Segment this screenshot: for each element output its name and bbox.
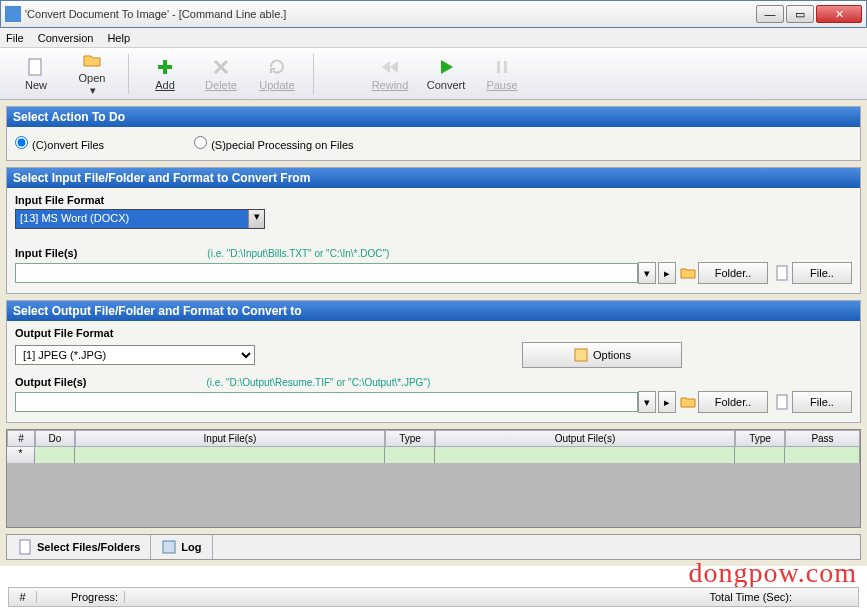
open-icon (82, 50, 102, 70)
menu-conversion[interactable]: Conversion (38, 32, 94, 44)
svg-rect-3 (777, 266, 787, 280)
input-files-label: Input File(s) (15, 247, 77, 259)
col-otype[interactable]: Type (735, 430, 785, 447)
radio-special[interactable]: (S)pecial Processing on Files (194, 136, 353, 151)
svg-rect-1 (497, 61, 500, 73)
add-button[interactable]: Add (137, 50, 193, 98)
dropdown-arrow-icon: ▾ (248, 210, 264, 228)
svg-rect-2 (504, 61, 507, 73)
open-button[interactable]: Open▾ (64, 50, 120, 98)
file-icon (774, 265, 790, 281)
document-icon (17, 539, 33, 555)
maximize-button[interactable]: ▭ (786, 5, 814, 23)
files-grid[interactable]: # Do Input File(s) Type Output File(s) T… (6, 429, 861, 528)
options-icon (573, 347, 589, 363)
input-play-button[interactable]: ▸ (658, 262, 676, 284)
pause-button[interactable]: Pause (474, 50, 530, 98)
delete-button[interactable]: Delete (193, 50, 249, 98)
status-num: # (9, 591, 37, 603)
folder-open-icon (680, 265, 696, 281)
action-header: Select Action To Do (7, 107, 860, 127)
input-format-label: Input File Format (15, 194, 852, 206)
action-panel: Select Action To Do (C)onvert Files (S)p… (6, 106, 861, 161)
tab-log[interactable]: Log (151, 535, 212, 559)
output-panel: Select Output File/Folder and Format to … (6, 300, 861, 423)
minimize-button[interactable]: — (756, 5, 784, 23)
output-format-select[interactable]: [1] JPEG (*.JPG) (15, 345, 255, 365)
status-progress-label: Progress: (65, 591, 125, 603)
grid-row[interactable]: * (7, 447, 860, 463)
menu-help[interactable]: Help (107, 32, 130, 44)
options-button[interactable]: Options (522, 342, 682, 368)
close-button[interactable]: ✕ (816, 5, 862, 23)
folder-open-icon (680, 394, 696, 410)
col-pass[interactable]: Pass (785, 430, 860, 447)
separator (128, 54, 129, 94)
output-folder-button[interactable]: Folder.. (698, 391, 768, 413)
radio-convert[interactable]: (C)onvert Files (15, 136, 104, 151)
menu-bar: File Conversion Help (0, 28, 867, 48)
new-button[interactable]: New (8, 50, 64, 98)
new-icon (26, 57, 46, 77)
rewind-icon (380, 57, 400, 77)
output-files-field[interactable] (15, 392, 638, 412)
pause-icon (492, 57, 512, 77)
log-icon (161, 539, 177, 555)
output-files-label: Output File(s) (15, 376, 87, 388)
col-do[interactable]: Do (35, 430, 75, 447)
output-header: Select Output File/Folder and Format to … (7, 301, 860, 321)
svg-rect-7 (163, 541, 175, 553)
app-icon (5, 6, 21, 22)
output-file-button[interactable]: File.. (792, 391, 852, 413)
input-files-field[interactable] (15, 263, 638, 283)
svg-rect-4 (575, 349, 587, 361)
watermark: dongpow.com (688, 557, 857, 589)
title-bar: 'Convert Document To Image' - [Command L… (0, 0, 867, 28)
input-file-button[interactable]: File.. (792, 262, 852, 284)
input-panel: Select Input File/Folder and Format to C… (6, 167, 861, 294)
input-header: Select Input File/Folder and Format to C… (7, 168, 860, 188)
col-output[interactable]: Output File(s) (435, 430, 735, 447)
menu-file[interactable]: File (6, 32, 24, 44)
input-hint: (i.e. "D:\Input\Bills.TXT" or "C:\In\*.D… (207, 248, 389, 259)
update-icon (267, 57, 287, 77)
col-itype[interactable]: Type (385, 430, 435, 447)
separator (313, 54, 314, 94)
col-num[interactable]: # (7, 430, 35, 447)
output-hint: (i.e. "D:\Output\Resume.TIF" or "C:\Outp… (207, 377, 431, 388)
input-folder-button[interactable]: Folder.. (698, 262, 768, 284)
output-play-button[interactable]: ▸ (658, 391, 676, 413)
dropdown-arrow-icon: ▾ (90, 84, 96, 97)
status-bar: # Progress: Total Time (Sec): (8, 587, 859, 607)
output-dropdown-button[interactable]: ▾ (638, 391, 656, 413)
update-button[interactable]: Update (249, 50, 305, 98)
row-marker: * (7, 447, 35, 463)
svg-rect-0 (29, 59, 41, 75)
file-icon (774, 394, 790, 410)
output-format-label: Output File Format (15, 327, 852, 339)
input-format-select[interactable]: [13] MS Word (DOCX) ▾ (15, 209, 265, 229)
rewind-button[interactable]: Rewind (362, 50, 418, 98)
window-title: 'Convert Document To Image' - [Command L… (25, 8, 756, 20)
svg-rect-5 (777, 395, 787, 409)
tab-select-files[interactable]: Select Files/Folders (7, 535, 151, 559)
add-icon (155, 57, 175, 77)
convert-button[interactable]: Convert (418, 50, 474, 98)
svg-rect-6 (20, 540, 30, 554)
toolbar: New Open▾ Add Delete Update Rewind Conve… (0, 48, 867, 100)
input-dropdown-button[interactable]: ▾ (638, 262, 656, 284)
play-icon (436, 57, 456, 77)
col-input[interactable]: Input File(s) (75, 430, 385, 447)
delete-icon (211, 57, 231, 77)
status-total-label: Total Time (Sec): (703, 591, 798, 603)
